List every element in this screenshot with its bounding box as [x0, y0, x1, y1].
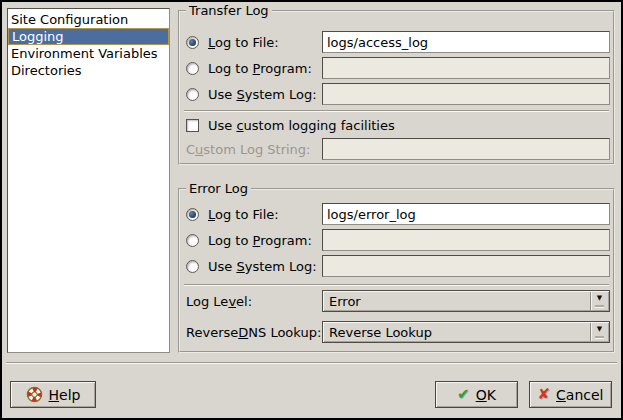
lifebuoy-icon [26, 386, 43, 403]
httpd-logging-config-dialog: Site Configuration Logging Environment V… [0, 0, 623, 420]
transfer-log-program-input [322, 57, 610, 79]
footer-separator [6, 362, 617, 364]
list-item-directories[interactable]: Directories [8, 62, 169, 79]
help-button-label: Help [49, 387, 81, 403]
error-log-program-input [322, 229, 610, 251]
separator [184, 284, 609, 286]
list-item-logging[interactable]: Logging [8, 28, 169, 45]
transfer-use-system-log-label: Use System Log: [208, 87, 317, 102]
dropdown-arrow-icon: ▼ [590, 292, 608, 310]
radio-icon [186, 234, 199, 247]
error-log-to-file-label: Log to File: [208, 207, 279, 222]
list-item-site-configuration[interactable]: Site Configuration [8, 11, 169, 28]
transfer-log-to-program-radio[interactable]: Log to Program: [186, 61, 322, 76]
dropdown-arrow-icon: ▼ [590, 323, 608, 341]
radio-icon [186, 88, 199, 101]
error-system-log-input [322, 255, 610, 277]
reverse-dns-lookup-dropdown[interactable]: Reverse Lookup ▼ [322, 321, 610, 343]
reverse-dns-lookup-value: Reverse Lookup [323, 325, 590, 340]
error-log-to-program-label: Log to Program: [208, 233, 312, 248]
transfer-system-log-input [322, 83, 610, 105]
ok-button-label: OK [476, 387, 496, 403]
custom-log-string-input [322, 138, 610, 160]
reverse-dns-lookup-label: Reverse DNS Lookup: [186, 325, 322, 340]
cancel-button-label: Cancel [556, 387, 603, 403]
category-list: Site Configuration Logging Environment V… [7, 8, 170, 353]
error-use-system-log-radio[interactable]: Use System Log: [186, 259, 322, 274]
log-level-value: Error [323, 294, 590, 309]
help-button[interactable]: Help [10, 381, 96, 408]
transfer-use-system-log-radio[interactable]: Use System Log: [186, 87, 322, 102]
log-level-label: Log Level: [186, 294, 322, 309]
transfer-log-file-input[interactable] [322, 31, 610, 53]
radio-icon [186, 62, 199, 75]
radio-icon [186, 208, 199, 221]
separator [184, 110, 609, 112]
transfer-log-title: Transfer Log [186, 3, 272, 19]
ok-button[interactable]: ✔ OK [435, 381, 518, 408]
custom-logging-facilities-checkbox[interactable]: Use custom logging facilities [186, 118, 610, 133]
transfer-log-to-program-label: Log to Program: [208, 61, 312, 76]
custom-log-string-label: Custom Log String: [186, 142, 322, 157]
error-log-frame: Error Log Log to File: Log to Program: U… [178, 188, 615, 353]
check-icon: ✔ [457, 387, 470, 402]
error-log-title: Error Log [186, 181, 251, 197]
error-log-to-program-radio[interactable]: Log to Program: [186, 233, 322, 248]
radio-icon [186, 36, 199, 49]
transfer-log-frame: Transfer Log Log to File: Log to Program… [178, 10, 615, 165]
x-icon: ✘ [537, 387, 550, 402]
transfer-log-to-file-label: Log to File: [208, 35, 279, 50]
transfer-log-to-file-radio[interactable]: Log to File: [186, 35, 322, 50]
custom-logging-facilities-label: Use custom logging facilities [208, 118, 395, 133]
error-log-file-input[interactable] [322, 203, 610, 225]
error-log-to-file-radio[interactable]: Log to File: [186, 207, 322, 222]
checkbox-icon [186, 119, 199, 132]
error-use-system-log-label: Use System Log: [208, 259, 317, 274]
list-item-environment-variables[interactable]: Environment Variables [8, 45, 169, 62]
cancel-button[interactable]: ✘ Cancel [529, 381, 612, 408]
radio-icon [186, 260, 199, 273]
log-level-dropdown[interactable]: Error ▼ [322, 290, 610, 312]
